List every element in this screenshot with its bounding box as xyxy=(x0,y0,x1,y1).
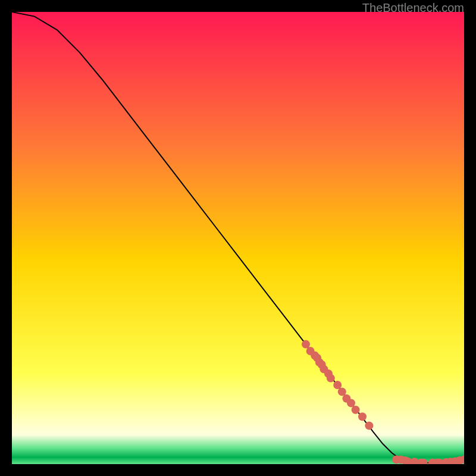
scatter-layer xyxy=(12,12,464,464)
plot-area xyxy=(12,12,464,464)
chart-container: TheBottleneck.com xyxy=(0,0,476,476)
watermark-text: TheBottleneck.com xyxy=(362,1,464,15)
